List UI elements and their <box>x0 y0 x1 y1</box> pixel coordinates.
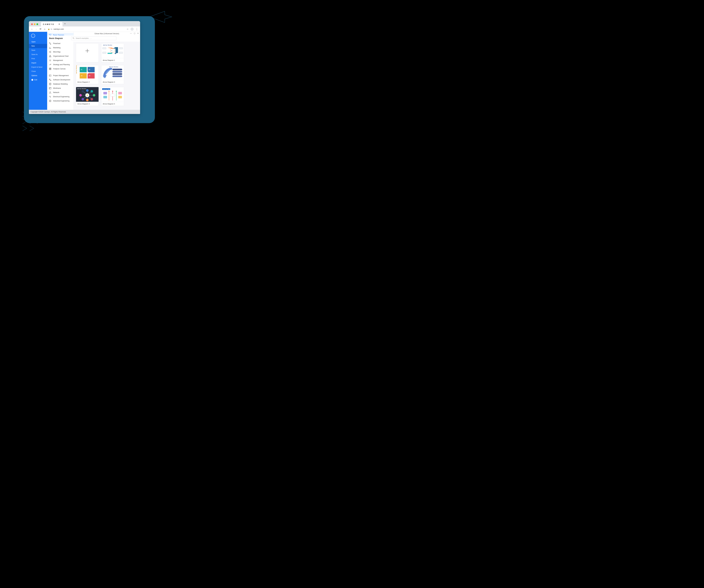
browser-tab-active[interactable]: CAMEYO × <box>41 22 62 26</box>
sidebar-exit-label: Exit <box>34 79 37 81</box>
category-management[interactable]: Management <box>47 58 73 62</box>
nav-reload-icon[interactable]: ⟳ <box>39 28 42 30</box>
app-minimize-icon[interactable]: — <box>130 32 132 34</box>
category-database-modeling[interactable]: Database Modeling <box>47 82 73 86</box>
category-network[interactable]: Network <box>47 90 73 94</box>
sidebar-item-save-as[interactable]: Save As <box>29 52 47 57</box>
url-play-prefix: ▷ <box>51 28 52 30</box>
new-tab-button[interactable]: + <box>62 22 67 26</box>
svg-text:✉: ✉ <box>111 50 112 51</box>
template-arrow-diagram-4[interactable]: Add Your Title Here 💡 Arrow Diagram 4 <box>76 87 99 106</box>
template-thumb: Add Your Title Here 01 02 04 03 <box>76 65 99 80</box>
sidebar-item-new[interactable]: New <box>29 44 47 48</box>
template-arrow-diagram-3[interactable]: Add Your Title Here Arrow Diagram 3 <box>101 65 124 84</box>
template-arrow-diagram-2[interactable]: Add Your Title Here 01 02 04 03 Arrow Di… <box>76 65 99 84</box>
app-maximize-icon[interactable]: ▢ <box>134 32 135 34</box>
svg-point-71 <box>91 90 93 92</box>
category-electrical-engineering[interactable]: Electrical Engineering <box>47 94 73 99</box>
profile-avatar[interactable] <box>130 27 134 31</box>
flow-icon <box>49 42 51 45</box>
svg-point-66 <box>86 89 89 92</box>
sidebar-item-import[interactable]: Import <box>29 61 47 65</box>
category-strategy-and-planning[interactable]: Strategy and Planning <box>47 62 73 67</box>
svg-text:Add Your Title Here: Add Your Title Here <box>103 89 112 90</box>
category-column[interactable]: Basic DiagramBusinessFlowchartMarketingM… <box>47 32 74 110</box>
close-window-icon[interactable] <box>31 23 33 25</box>
svg-rect-85 <box>118 92 122 94</box>
svg-point-19 <box>49 83 51 84</box>
lock-icon: 🔒 <box>48 28 50 30</box>
gantt-icon <box>49 74 51 77</box>
svg-rect-50 <box>112 69 122 70</box>
footer-text: Copyright ©2020 Cameyo. All Rights Reser… <box>31 111 66 113</box>
svg-rect-31 <box>103 52 106 54</box>
template-thumb <box>76 44 99 58</box>
template-caption: Arrow Diagram 2 <box>76 80 99 84</box>
sidebar-item-save[interactable]: Save <box>29 48 47 52</box>
search-icon <box>72 37 74 40</box>
template-arrow-diagram-5[interactable]: Add Your Title Here Arrow Diagram 5 <box>101 87 124 106</box>
search-examples-input[interactable]: Search examples . . . <box>71 36 116 40</box>
browser-menu-icon[interactable]: ⋮ <box>135 28 138 30</box>
svg-rect-4 <box>50 44 51 45</box>
window-traffic-lights <box>30 23 40 26</box>
category-project-management[interactable]: Project Management <box>47 73 73 78</box>
elec-icon <box>49 95 51 98</box>
template-grid-scroll[interactable]: Add Your Title Here ✉ Arrow Diagram 1 Ad… <box>74 42 140 110</box>
svg-point-72 <box>81 98 84 101</box>
category-analysis-canvas[interactable]: Analysis Canvas <box>47 67 73 71</box>
category-industrial-engineering[interactable]: Industrial Engineering <box>47 99 73 103</box>
template-arrow-diagram-1[interactable]: Add Your Title Here ✉ Arrow Diagram 1 <box>101 43 124 62</box>
svg-rect-30 <box>103 48 106 49</box>
address-bar[interactable]: 🔒 ▷ cameyo.com <box>48 28 125 30</box>
svg-rect-87 <box>110 94 115 96</box>
windows-icon <box>49 68 51 70</box>
svg-rect-52 <box>112 73 122 75</box>
svg-point-11 <box>50 60 51 61</box>
category-wireframe[interactable]: Wireframe <box>47 86 73 90</box>
sidebar-item-exit[interactable]: – Exit <box>29 78 47 82</box>
sidebar-item-open[interactable]: Open <box>29 40 47 44</box>
sidebar-item-print[interactable]: Print <box>29 57 47 61</box>
svg-rect-53 <box>112 75 122 77</box>
minimize-window-icon[interactable] <box>34 23 36 25</box>
svg-text:Add Your Title Here: Add Your Title Here <box>76 65 77 74</box>
svg-text:Add Your Title Here: Add Your Title Here <box>103 45 112 46</box>
back-circle-button[interactable]: ← <box>31 34 35 38</box>
nav-forward-icon[interactable]: → <box>35 28 37 30</box>
svg-point-68 <box>79 94 82 96</box>
template-blank[interactable] <box>76 43 99 62</box>
sidebar-item-options[interactable]: Options <box>29 73 47 78</box>
sidebar-item-close[interactable]: Close <box>29 69 47 73</box>
nav-home-icon[interactable]: ⌂ <box>44 28 46 30</box>
sidebar-item-export-send[interactable]: Export & Send <box>29 65 47 69</box>
maximize-window-icon[interactable] <box>37 23 38 25</box>
svg-rect-10 <box>50 57 51 57</box>
svg-rect-84 <box>103 96 107 99</box>
gears-icon <box>49 59 51 62</box>
category-organizational-chart[interactable]: Organizational Chart <box>47 54 73 58</box>
svg-point-73 <box>91 98 93 101</box>
svg-point-21 <box>50 91 50 92</box>
category-software-development[interactable]: Software Development <box>47 78 73 82</box>
svg-text:Add Your Title Here: Add Your Title Here <box>77 88 86 89</box>
svg-rect-15 <box>50 69 51 70</box>
svg-text:01: 01 <box>81 69 82 70</box>
svg-text:03: 03 <box>89 75 91 76</box>
nav-back-icon[interactable]: ← <box>31 28 33 30</box>
app-titlebar: Edraw Max (Unlicensed Version) — ▢ ✕ <box>74 32 140 36</box>
browser-tab-strip: CAMEYO × + <box>29 21 140 26</box>
svg-point-7 <box>51 52 51 53</box>
page-heading: Basic Diagram <box>49 37 63 40</box>
category-marketing[interactable]: Marketing <box>47 46 73 50</box>
ind-icon <box>49 100 51 102</box>
bookmark-star-icon[interactable]: ☆ <box>127 28 128 30</box>
svg-rect-9 <box>49 57 50 57</box>
app-close-icon[interactable]: ✕ <box>137 32 139 34</box>
db-icon <box>49 83 51 85</box>
category-flowchart[interactable]: Flowchart <box>47 41 73 46</box>
tab-close-icon[interactable]: × <box>59 23 61 25</box>
category-mind-map[interactable]: Mind Map <box>47 50 73 54</box>
main-panel: Edraw Max (Unlicensed Version) — ▢ ✕ Bas… <box>74 32 140 110</box>
uml-icon <box>49 78 51 81</box>
